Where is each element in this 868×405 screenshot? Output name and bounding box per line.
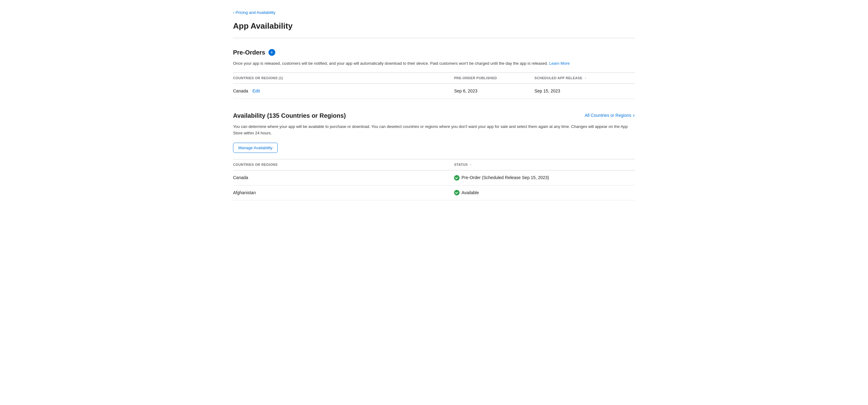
- availability-sort-icon: ↑: [470, 163, 472, 166]
- status-cell: Available: [454, 190, 635, 196]
- preorders-table-header-row: COUNTRIES OR REGIONS (1) PRE-ORDER PUBLI…: [233, 73, 635, 84]
- preorders-row-published: Sep 6, 2023: [454, 84, 534, 99]
- preorders-table: COUNTRIES OR REGIONS (1) PRE-ORDER PUBLI…: [233, 72, 635, 99]
- availability-header-row: Availability (135 Countries or Regions) …: [233, 111, 635, 120]
- availability-table: COUNTRIES OR REGIONS STATUS ↑ Canada Pre…: [233, 159, 635, 201]
- availability-row-1-status: Available: [454, 185, 635, 200]
- chevron-down-icon: ∨: [632, 113, 635, 118]
- page-title: App Availability: [233, 20, 635, 31]
- availability-table-header-row: COUNTRIES OR REGIONS STATUS ↑: [233, 159, 635, 170]
- table-row: Canada Pre-Order (Scheduled Release Sep …: [233, 170, 635, 186]
- preorders-edit-link[interactable]: Edit: [252, 89, 260, 93]
- status-label: Pre-Order (Scheduled Release Sep 15, 202…: [461, 175, 549, 181]
- all-countries-link[interactable]: All Countries or Regions ∨: [585, 113, 635, 119]
- breadcrumb: ‹ Pricing and Availability: [233, 10, 635, 15]
- availability-col-country: COUNTRIES OR REGIONS: [233, 159, 454, 170]
- availability-title: Availability (135 Countries or Regions): [233, 111, 346, 120]
- status-cell: Pre-Order (Scheduled Release Sep 15, 202…: [454, 175, 635, 181]
- preorders-header: Pre-Orders +: [233, 48, 635, 57]
- page-container: ‹ Pricing and Availability App Availabil…: [218, 0, 650, 227]
- manage-availability-button[interactable]: Manage Availability: [233, 143, 278, 153]
- availability-row-0-country: Canada: [233, 170, 454, 186]
- table-row: Canada Edit Sep 6, 2023 Sep 15, 2023: [233, 84, 635, 99]
- preorders-col-release[interactable]: SCHEDULED APP RELEASE ↑: [534, 73, 635, 84]
- preorders-title: Pre-Orders: [233, 48, 266, 57]
- availability-row-0-status: Pre-Order (Scheduled Release Sep 15, 202…: [454, 170, 635, 186]
- status-check-icon: [454, 175, 460, 181]
- status-label: Available: [461, 190, 479, 196]
- breadcrumb-link[interactable]: Pricing and Availability: [236, 10, 275, 15]
- preorders-row-release: Sep 15, 2023: [534, 84, 635, 99]
- breadcrumb-chevron-icon: ‹: [233, 10, 234, 15]
- preorders-description: Once your app is released, customers wil…: [233, 60, 635, 67]
- table-row: Afghanistan Available: [233, 185, 635, 200]
- preorders-col-country: COUNTRIES OR REGIONS (1): [233, 73, 454, 84]
- availability-col-status[interactable]: STATUS ↑: [454, 159, 635, 170]
- availability-row-1-country: Afghanistan: [233, 185, 454, 200]
- status-check-icon: [454, 190, 460, 195]
- preorders-learn-more-link[interactable]: Learn More: [549, 61, 569, 66]
- preorders-col-published: PRE-ORDER PUBLISHED: [454, 73, 534, 84]
- availability-description: You can determine where your app will be…: [233, 124, 635, 136]
- availability-section: Availability (135 Countries or Regions) …: [233, 111, 635, 200]
- preorders-row-country: Canada Edit: [233, 84, 454, 99]
- preorders-sort-icon: ↑: [585, 76, 586, 80]
- preorders-section: Pre-Orders + Once your app is released, …: [233, 48, 635, 99]
- add-preorder-button[interactable]: +: [269, 49, 275, 56]
